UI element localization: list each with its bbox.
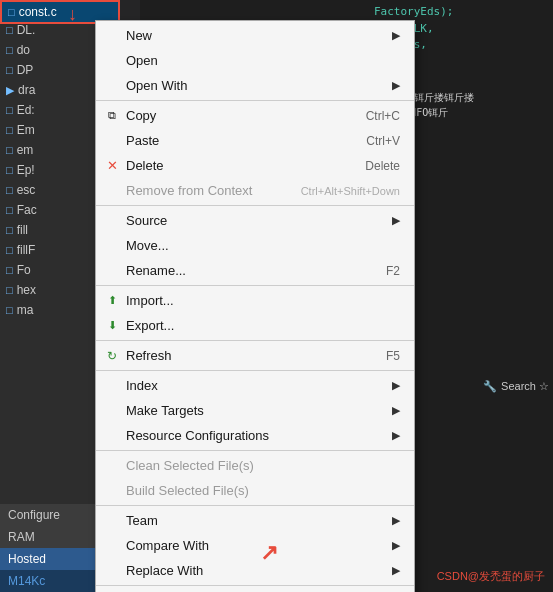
file-icon-esc: □ bbox=[6, 184, 13, 196]
menu-item-run-analysis[interactable]: ⚙ Run C/C++ Code Analysis bbox=[96, 588, 414, 592]
menu-item-index[interactable]: Index ▶ bbox=[96, 373, 414, 398]
team-arrow-icon: ▶ bbox=[392, 514, 400, 527]
menu-label-import: Import... bbox=[126, 293, 400, 308]
menu-item-open-with[interactable]: Open With ▶ bbox=[96, 73, 414, 98]
copy-icon: ⧉ bbox=[102, 109, 122, 122]
sidebar-label-ed: Ed: bbox=[17, 103, 35, 117]
menu-item-clean-selected[interactable]: Clean Selected File(s) bbox=[96, 453, 414, 478]
menu-label-move: Move... bbox=[126, 238, 400, 253]
refresh-shortcut: F5 bbox=[386, 349, 400, 363]
file-icon-do: □ bbox=[6, 44, 13, 56]
menu-item-open[interactable]: Open bbox=[96, 48, 414, 73]
sidebar-label-dra: dra bbox=[18, 83, 35, 97]
sidebar-label-dp: DP bbox=[17, 63, 34, 77]
separator-3 bbox=[96, 285, 414, 286]
menu-item-rename[interactable]: Rename... F2 bbox=[96, 258, 414, 283]
file-icon-ed: □ bbox=[6, 104, 13, 116]
menu-label-team: Team bbox=[126, 513, 392, 528]
menu-item-copy[interactable]: ⧉ Copy Ctrl+C bbox=[96, 103, 414, 128]
sidebar-label-esc: esc bbox=[17, 183, 36, 197]
separator-7 bbox=[96, 505, 414, 506]
delete-shortcut: Delete bbox=[365, 159, 400, 173]
separator-8 bbox=[96, 585, 414, 586]
sidebar-label-do: do bbox=[17, 43, 30, 57]
open-with-arrow-icon: ▶ bbox=[392, 79, 400, 92]
menu-label-open: Open bbox=[126, 53, 400, 68]
remove-shortcut: Ctrl+Alt+Shift+Down bbox=[301, 185, 400, 197]
export-icon: ⬇ bbox=[102, 319, 122, 332]
sidebar-label-fillf: fillF bbox=[17, 243, 36, 257]
const-c-label: const.c bbox=[19, 5, 57, 19]
folder-icon-fillf: □ bbox=[6, 244, 13, 256]
sidebar-label-epl: Ep! bbox=[17, 163, 35, 177]
file-icon-fac: □ bbox=[6, 204, 13, 216]
file-icon-hex: □ bbox=[6, 284, 13, 296]
code-right-line1: FactoryEds); bbox=[374, 4, 549, 21]
separator-4 bbox=[96, 340, 414, 341]
menu-item-replace-with[interactable]: Replace With ▶ bbox=[96, 558, 414, 583]
menu-item-resource-config[interactable]: Resource Configurations ▶ bbox=[96, 423, 414, 448]
menu-label-compare: Compare With bbox=[126, 538, 392, 553]
rename-shortcut: F2 bbox=[386, 264, 400, 278]
wrench-icon: 🔧 bbox=[483, 380, 497, 393]
menu-item-remove-from-context[interactable]: Remove from Context Ctrl+Alt+Shift+Down bbox=[96, 178, 414, 203]
watermark: CSDN@发禿蛋的厨子 bbox=[437, 569, 545, 584]
menu-label-rename: Rename... bbox=[126, 263, 346, 278]
menu-label-replace: Replace With bbox=[126, 563, 392, 578]
menu-item-team[interactable]: Team ▶ bbox=[96, 508, 414, 533]
menu-item-make-targets[interactable]: Make Targets ▶ bbox=[96, 398, 414, 423]
menu-label-source: Source bbox=[126, 213, 392, 228]
menu-item-build-selected[interactable]: Build Selected File(s) bbox=[96, 478, 414, 503]
resource-config-arrow-icon: ▶ bbox=[392, 429, 400, 442]
separator-6 bbox=[96, 450, 414, 451]
menu-item-move[interactable]: Move... bbox=[96, 233, 414, 258]
compare-arrow-icon: ▶ bbox=[392, 539, 400, 552]
file-icon-em: □ bbox=[6, 124, 13, 136]
separator-5 bbox=[96, 370, 414, 371]
menu-item-import[interactable]: ⬆ Import... bbox=[96, 288, 414, 313]
paste-shortcut: Ctrl+V bbox=[366, 134, 400, 148]
search-panel: 🔧 Search ☆ bbox=[483, 380, 549, 393]
index-arrow-icon: ▶ bbox=[392, 379, 400, 392]
menu-label-delete: Delete bbox=[126, 158, 325, 173]
delete-icon: ✕ bbox=[102, 158, 122, 173]
context-menu: New ▶ Open Open With ▶ ⧉ Copy Ctrl+C Pas… bbox=[95, 20, 415, 592]
search-label: Search ☆ bbox=[501, 380, 549, 393]
menu-label-paste: Paste bbox=[126, 133, 326, 148]
folder-icon-dra: ▶ bbox=[6, 84, 14, 97]
file-icon: □ bbox=[8, 6, 15, 18]
file-icon-fo: □ bbox=[6, 264, 13, 276]
menu-label-build: Build Selected File(s) bbox=[126, 483, 400, 498]
menu-label-refresh: Refresh bbox=[126, 348, 346, 363]
menu-item-source[interactable]: Source ▶ bbox=[96, 208, 414, 233]
replace-arrow-icon: ▶ bbox=[392, 564, 400, 577]
file-icon-dp: □ bbox=[6, 64, 13, 76]
menu-label-index: Index bbox=[126, 378, 392, 393]
import-icon: ⬆ bbox=[102, 294, 122, 307]
sidebar-label-em2: em bbox=[17, 143, 34, 157]
menu-label-resource-config: Resource Configurations bbox=[126, 428, 392, 443]
menu-label-open-with: Open With bbox=[126, 78, 392, 93]
file-icon-ma: □ bbox=[6, 304, 13, 316]
sidebar-label-ma: ma bbox=[17, 303, 34, 317]
red-arrow-down-indicator: ↓ bbox=[68, 4, 77, 25]
menu-item-paste[interactable]: Paste Ctrl+V bbox=[96, 128, 414, 153]
sidebar-label-em: Em bbox=[17, 123, 35, 137]
menu-label-export: Export... bbox=[126, 318, 400, 333]
new-arrow-icon: ▶ bbox=[392, 29, 400, 42]
menu-item-refresh[interactable]: ↻ Refresh F5 bbox=[96, 343, 414, 368]
sidebar-label-fill: fill bbox=[17, 223, 28, 237]
sidebar-label-hex: hex bbox=[17, 283, 36, 297]
menu-label-clean: Clean Selected File(s) bbox=[126, 458, 400, 473]
separator-1 bbox=[96, 100, 414, 101]
file-icon-em2: □ bbox=[6, 144, 13, 156]
menu-item-delete[interactable]: ✕ Delete Delete bbox=[96, 153, 414, 178]
menu-item-new[interactable]: New ▶ bbox=[96, 23, 414, 48]
file-icon-dl: □ bbox=[6, 24, 13, 36]
file-icon-fill: □ bbox=[6, 224, 13, 236]
separator-2 bbox=[96, 205, 414, 206]
red-arrow-properties-indicator: ↗ bbox=[260, 540, 278, 566]
menu-item-export[interactable]: ⬇ Export... bbox=[96, 313, 414, 338]
menu-item-compare-with[interactable]: Compare With ▶ bbox=[96, 533, 414, 558]
menu-label-make-targets: Make Targets bbox=[126, 403, 392, 418]
